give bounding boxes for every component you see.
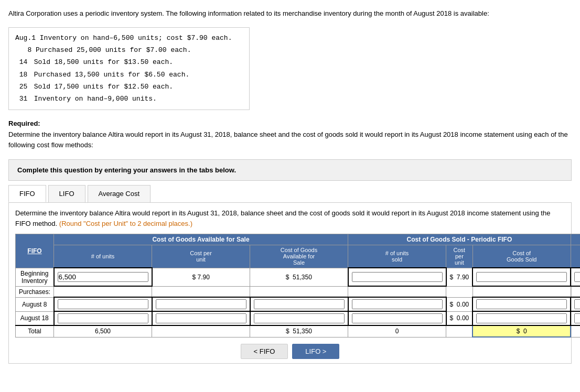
a8-s1-units[interactable] (54, 297, 152, 311)
tab-lifo[interactable]: LIFO (48, 185, 85, 202)
table-row-purchases: Purchases: (16, 286, 581, 297)
nav-buttons: < FIFO LIFO > (15, 344, 565, 359)
p-empty7 (571, 286, 580, 297)
data-row-4: 18 Purchased 13,500 units for $6.50 each… (15, 69, 243, 81)
bi-s2-units-input[interactable] (352, 272, 443, 282)
a18-s3-units[interactable] (571, 311, 580, 325)
desc-2: Purchased 25,000 units for $7.00 each. (31, 44, 191, 56)
a8-s2-goods-input[interactable] (476, 299, 567, 309)
label-beginning: Beginning Inventory (16, 268, 54, 286)
a8-s1-cost[interactable] (152, 297, 250, 311)
a18-s1-units[interactable] (54, 311, 152, 325)
method-highlight: (Round "Cost per Unit" to 2 decimal plac… (59, 220, 192, 227)
content-area: Determine the inventory balance Altira w… (8, 203, 572, 364)
a8-s1-cost-input[interactable] (156, 299, 246, 309)
s2-col3: Cost ofGoods Sold (472, 245, 571, 268)
date-3: 14 (15, 56, 30, 68)
required-label: Required: (8, 119, 40, 127)
data-row-5: 25 Sold 17,500 units for $12.50 each. (15, 81, 243, 93)
bi-s2-goods-input[interactable] (476, 272, 567, 282)
a18-s2-goods[interactable] (472, 311, 571, 325)
bi-s1-units-input[interactable] (58, 272, 148, 282)
s1-col3: Cost of GoodsAvailable forSale (250, 245, 348, 268)
p-empty2 (152, 286, 250, 297)
next-lifo-button[interactable]: LIFO > (292, 344, 339, 359)
date-6: 31 (15, 93, 30, 105)
bi-s1-total: $ 51,350 (250, 268, 348, 286)
data-row-3: 14 Sold 18,500 units for $13.50 each. (15, 56, 243, 68)
a18-s2-units-input[interactable] (352, 313, 443, 323)
s1-col2: Cost perunit (152, 245, 250, 268)
inventory-data-box: Aug.1 Inventory on hand–6,500 units; cos… (8, 27, 250, 110)
section3-header: Ending Inventory - Periodic FIFO (571, 234, 580, 245)
prev-fifo-button[interactable]: < FIFO (241, 344, 288, 359)
a18-s3-units-input[interactable] (574, 313, 580, 323)
date-2: 8 (15, 44, 31, 56)
a8-s3-units-input[interactable] (574, 299, 580, 309)
table-row-aug18: August 18 $ 0.00 (16, 311, 581, 325)
a18-s1-total[interactable] (250, 311, 348, 325)
p-empty4 (348, 286, 446, 297)
a8-s2-goods[interactable] (472, 297, 571, 311)
instruction-box: Complete this question by entering your … (8, 159, 572, 181)
a18-s2-units[interactable] (348, 311, 446, 325)
s2-col1: # of unitssold (348, 245, 446, 268)
total-s2-units: 0 (348, 325, 446, 337)
p-empty6 (472, 286, 571, 297)
data-row-2: 8 Purchased 25,000 units for $7.00 each. (15, 44, 243, 56)
a18-s1-cost-input[interactable] (156, 313, 246, 323)
bi-s2-units[interactable] (348, 268, 446, 286)
data-row-1: Aug.1 Inventory on hand–6,500 units; cos… (15, 32, 243, 44)
desc-6: Inventory on hand–9,000 units. (30, 93, 157, 105)
a8-s1-total-input[interactable] (254, 299, 345, 309)
bi-s1-cost: $ 7.90 (152, 268, 250, 286)
bi-s3-units-input[interactable] (574, 272, 580, 282)
desc-1: Inventory on hand–6,500 units; cost $7.9… (36, 32, 232, 44)
a18-s2-cost: $ 0.00 (446, 311, 473, 325)
a8-s1-units-input[interactable] (58, 299, 148, 309)
total-s1-amount: $ 51,350 (250, 325, 348, 337)
bi-s2-goods[interactable] (472, 268, 571, 286)
label-purchases: Purchases: (16, 286, 54, 297)
table-row-total: Total 6,500 $ 51,350 0 $ 0 0 $ 0 (16, 325, 581, 337)
a8-s2-units[interactable] (348, 297, 446, 311)
section1-header: Cost of Goods Available for Sale (54, 234, 348, 245)
a8-s2-cost: $ 0.00 (446, 297, 473, 311)
table-row-aug8: August 8 $ 0.00 (16, 297, 581, 311)
inventory-table: FIFO Cost of Goods Available for Sale Co… (15, 234, 580, 337)
tab-fifo[interactable]: FIFO (8, 185, 46, 202)
bi-s3-units[interactable] (571, 268, 580, 286)
total-s2-empty (446, 325, 473, 337)
fifo-header: FIFO (16, 234, 54, 268)
s1-col1: # of units (54, 245, 152, 268)
data-row-6: 31 Inventory on hand–9,000 units. (15, 93, 243, 105)
label-aug8: August 8 (16, 297, 54, 311)
total-s1-empty (152, 325, 250, 337)
section2-header: Cost of Goods Sold - Periodic FIFO (348, 234, 571, 245)
s2-col2: Cost perunit (446, 245, 473, 268)
p-empty1 (54, 286, 152, 297)
a18-s1-units-input[interactable] (58, 313, 148, 323)
total-s2-goods: $ 0 (472, 325, 571, 337)
a18-s2-goods-input[interactable] (476, 313, 567, 323)
tabs-container: FIFO LIFO Average Cost (8, 185, 572, 203)
tab-average-cost[interactable]: Average Cost (88, 185, 151, 202)
table-row-beginning: Beginning Inventory $ 7.90 $ 51,350 $ 7.… (16, 268, 581, 286)
a8-s3-units[interactable] (571, 297, 580, 311)
desc-5: Sold 17,500 units for $12.50 each. (30, 81, 173, 93)
bi-s1-units[interactable] (54, 268, 152, 286)
method-description: Determine the inventory balance Altira w… (15, 208, 565, 228)
label-total: Total (16, 325, 54, 337)
a8-s2-units-input[interactable] (352, 299, 443, 309)
p-empty5 (446, 286, 473, 297)
a18-s1-cost[interactable] (152, 311, 250, 325)
date-5: 25 (15, 81, 30, 93)
date-1: Aug.1 (15, 32, 36, 44)
a8-s1-total[interactable] (250, 297, 348, 311)
s3-col1: # of unitsin endinginventory (571, 245, 580, 268)
required-text: Determine the inventory balance Altira w… (8, 130, 568, 149)
instruction-text: Complete this question by entering your … (17, 166, 236, 174)
desc-4: Purchased 13,500 units for $6.50 each. (30, 69, 189, 81)
a18-s1-total-input[interactable] (254, 313, 345, 323)
total-s3-units: 0 (571, 325, 580, 337)
